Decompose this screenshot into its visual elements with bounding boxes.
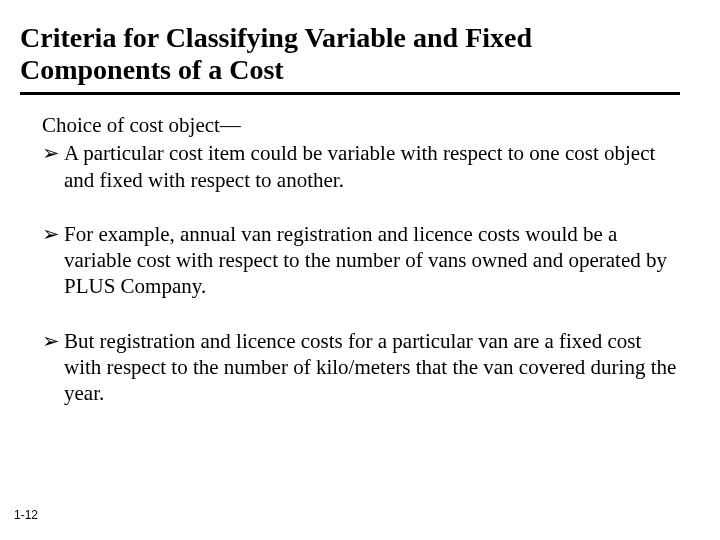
bullet-item: ➢ For example, annual van registration a… xyxy=(42,221,682,300)
page-number: 1-12 xyxy=(14,508,38,522)
lead-line: Choice of cost object— xyxy=(42,112,682,138)
bullet-marker-icon: ➢ xyxy=(42,221,64,247)
bullet-item: ➢ But registration and licence costs for… xyxy=(42,328,682,407)
slide-title: Criteria for Classifying Variable and Fi… xyxy=(20,22,680,95)
bullet-item: ➢ A particular cost item could be variab… xyxy=(42,140,682,193)
bullet-marker-icon: ➢ xyxy=(42,140,64,166)
bullet-text: For example, annual van registration and… xyxy=(64,221,682,300)
bullet-marker-icon: ➢ xyxy=(42,328,64,354)
bullet-text: A particular cost item could be variable… xyxy=(64,140,682,193)
slide: Criteria for Classifying Variable and Fi… xyxy=(0,0,720,540)
bullet-text: But registration and licence costs for a… xyxy=(64,328,682,407)
body-text: Choice of cost object— ➢ A particular co… xyxy=(42,112,682,406)
